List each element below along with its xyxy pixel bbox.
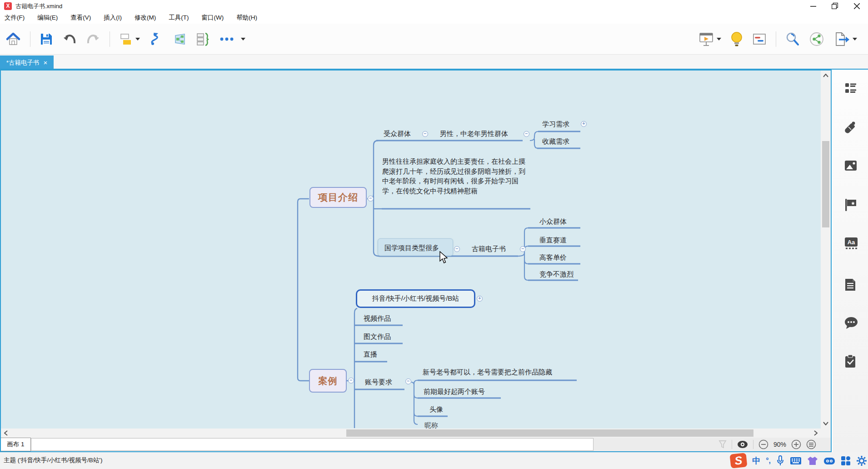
toggle-case[interactable]: −: [348, 378, 354, 383]
topic-guji-ebook[interactable]: 古籍电子书: [472, 245, 506, 253]
close-button[interactable]: [846, 0, 867, 12]
chevron-up-icon: [823, 74, 828, 77]
search-button[interactable]: [785, 32, 800, 46]
sheet-tab-canvas1[interactable]: 画布 1: [1, 438, 31, 451]
summary-button[interactable]: [195, 32, 210, 46]
topic-guoxue-types[interactable]: 国学项目类型很多: [384, 244, 439, 252]
topic-high-unit-price[interactable]: 高客单价: [539, 253, 567, 262]
ime-toolbox-icon[interactable]: [841, 456, 851, 466]
menu-view[interactable]: 查看(V): [70, 14, 91, 22]
topic-image-text-works[interactable]: 图文作品: [364, 333, 391, 341]
notes-panel-icon[interactable]: [844, 278, 856, 292]
menu-edit[interactable]: 编辑(E): [37, 14, 58, 22]
fit-map-button[interactable]: [806, 439, 816, 449]
scroll-left-button[interactable]: [2, 429, 10, 438]
toggle-audience[interactable]: −: [422, 131, 428, 137]
ime-mic-icon[interactable]: [776, 455, 784, 466]
presentation-caret-icon[interactable]: [717, 38, 721, 40]
home-button[interactable]: [5, 32, 21, 46]
menu-window[interactable]: 窗口(W): [202, 14, 224, 22]
restore-button[interactable]: [824, 0, 845, 12]
topic-audience-profile[interactable]: 男性，中老年男性群体: [440, 130, 508, 138]
toggle-project-intro[interactable]: −: [368, 196, 374, 202]
topic-niche[interactable]: 小众群体: [539, 217, 567, 226]
presentation-button[interactable]: [698, 31, 721, 47]
export-caret-icon[interactable]: [853, 38, 857, 40]
idea-button[interactable]: [730, 31, 743, 47]
topic-audience-note[interactable]: 男性往往承担家庭收入的主要责任，在社会上摸爬滚打几十年，经历或见过很多阴暗与挫折…: [382, 156, 529, 196]
zoom-in-button[interactable]: [791, 439, 801, 449]
more-tools-button[interactable]: [219, 36, 245, 42]
more-tools-caret-icon[interactable]: [241, 38, 245, 40]
topic-account-note2[interactable]: 前期最好起两个账号: [424, 388, 485, 396]
filter-icon[interactable]: [718, 440, 727, 449]
redo-button[interactable]: [86, 32, 100, 46]
topic-style-button[interactable]: [119, 32, 140, 46]
marker-flag-icon[interactable]: [844, 198, 857, 212]
zoom-level[interactable]: 90%: [773, 441, 786, 448]
tab-close-icon[interactable]: ×: [44, 59, 48, 66]
undo-button[interactable]: [62, 32, 77, 46]
timeline-button[interactable]: [752, 32, 767, 46]
topic-low-competition[interactable]: 竞争不激烈: [539, 270, 574, 279]
toggle-guoxue-types[interactable]: −: [454, 246, 460, 252]
topic-avatar[interactable]: 头像: [429, 405, 443, 414]
sheet-tab-strip[interactable]: [31, 438, 594, 451]
relationship-button[interactable]: [149, 32, 163, 46]
vertical-scrollbar[interactable]: [821, 71, 831, 429]
preview-eye-icon[interactable]: [737, 440, 748, 449]
toggle-platforms[interactable]: +: [477, 296, 483, 302]
sticker-text-icon[interactable]: Aa: [844, 237, 858, 249]
document-tab[interactable]: *古籍电子书 ×: [0, 55, 54, 70]
ime-lang-toggle[interactable]: 中: [752, 455, 760, 466]
horizontal-scrollbar[interactable]: [1, 429, 831, 438]
format-brush-icon[interactable]: [844, 121, 857, 134]
image-panel-icon[interactable]: [844, 159, 857, 172]
topic-clipped-partial[interactable]: 昵称: [424, 421, 438, 429]
menu-insert[interactable]: 插入(I): [104, 14, 122, 22]
ime-skin-icon[interactable]: [807, 456, 818, 466]
boundary-button[interactable]: [172, 32, 186, 46]
vertical-scroll-thumb[interactable]: [822, 141, 829, 227]
mindmap-canvas[interactable]: 项目介绍 案例 国学项目类型很多 抖音/快手/小红书/视频号/B站 受众群体 男…: [1, 71, 821, 429]
topic-study-need[interactable]: 学习需求: [542, 120, 569, 129]
topic-style-caret-icon[interactable]: [135, 38, 140, 40]
topic-case[interactable]: 案例: [309, 369, 347, 393]
toggle-study-need[interactable]: +: [581, 121, 587, 127]
save-button[interactable]: [40, 32, 53, 46]
chevron-left-icon: [4, 430, 8, 436]
menu-tools[interactable]: 工具(T): [169, 14, 189, 22]
ime-keyboard-icon[interactable]: [790, 456, 802, 465]
minimize-button[interactable]: [803, 0, 823, 12]
ime-smart-icon[interactable]: [823, 456, 835, 465]
ime-punct-toggle[interactable]: °,: [766, 457, 771, 465]
outline-panel-icon[interactable]: [844, 82, 857, 95]
export-button[interactable]: [833, 31, 857, 47]
topic-vertical-track[interactable]: 垂直赛道: [539, 236, 567, 245]
sogou-input-icon[interactable]: S: [730, 453, 748, 469]
task-panel-icon[interactable]: [844, 354, 856, 368]
topic-account-note1[interactable]: 新号老号都可以，老号需要把之前作品隐藏: [423, 368, 552, 377]
topic-account-req[interactable]: 账号要求: [365, 378, 392, 387]
topic-video-works[interactable]: 视频作品: [364, 314, 391, 323]
zoom-out-button[interactable]: [758, 439, 768, 449]
topic-audience[interactable]: 受众群体: [384, 130, 411, 138]
toggle-account-req[interactable]: −: [405, 378, 411, 384]
scroll-up-button[interactable]: [821, 71, 831, 80]
menu-help[interactable]: 帮助(H): [236, 14, 257, 22]
topic-collect-need[interactable]: 收藏需求: [542, 137, 569, 146]
menu-file[interactable]: 文件(F): [5, 14, 25, 22]
scroll-down-button[interactable]: [821, 419, 831, 428]
topic-project-intro[interactable]: 项目介绍: [309, 187, 367, 208]
ime-settings-gear-icon[interactable]: [856, 455, 867, 466]
toggle-guji-ebook[interactable]: −: [520, 246, 526, 252]
chevron-down-icon: [823, 422, 828, 425]
share-button[interactable]: [809, 31, 824, 47]
scroll-right-button[interactable]: [812, 429, 820, 438]
toggle-audience-profile[interactable]: −: [524, 131, 529, 137]
topic-platforms-selected[interactable]: 抖音/快手/小红书/视频号/B站: [356, 289, 475, 308]
topic-live-stream[interactable]: 直播: [364, 350, 377, 359]
horizontal-scroll-thumb[interactable]: [346, 429, 753, 437]
menu-modify[interactable]: 修改(M): [135, 14, 156, 22]
comments-panel-icon[interactable]: [844, 317, 858, 329]
